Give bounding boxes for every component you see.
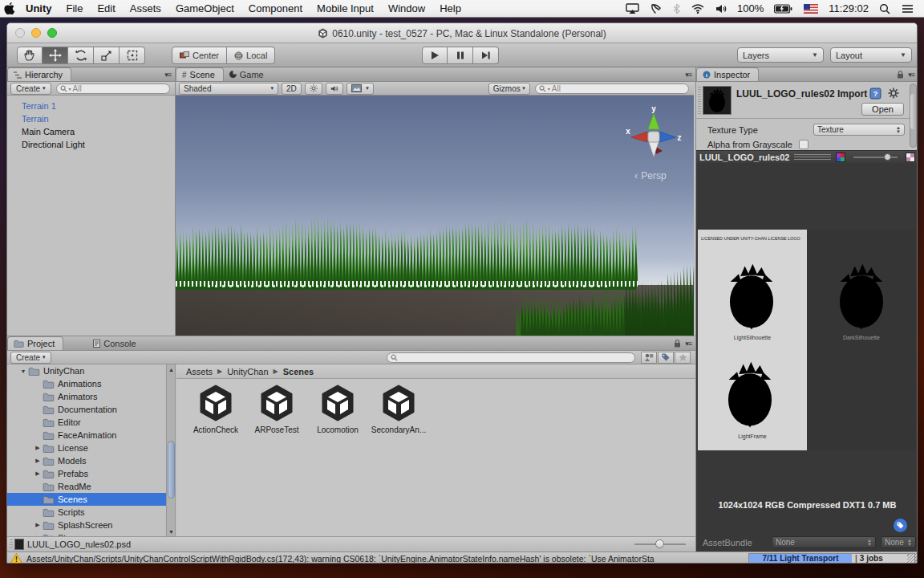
panel-menu-icon[interactable]: ▾≡ [685,71,691,79]
tree-item[interactable]: Editor [7,416,166,429]
pause-button[interactable] [448,47,473,64]
inspector-scrollbar[interactable] [910,83,917,148]
window-title-bar[interactable]: 0610.unity - test_0527 - PC, Mac & Linux… [7,23,917,43]
wifi-icon[interactable] [687,4,708,14]
hierarchy-item[interactable]: Terrain 1 [7,100,175,112]
assetbundle-dropdown[interactable]: None▲▼ [772,536,876,548]
tab-project[interactable]: Project [7,336,63,350]
menu-item[interactable]: File [59,0,91,18]
scene-asset[interactable]: SecondaryAn... [379,384,418,434]
tree-item[interactable]: ▶ Prefabs [7,467,166,480]
tree-item[interactable]: Scripts [7,506,166,519]
crumb-unitychan[interactable]: UnityChan [227,367,268,377]
menu-item[interactable]: Mobile Input [310,0,381,18]
tree-item[interactable]: ▼ UnityChan [7,364,166,377]
assetbundle-variant-dropdown[interactable]: None▲▼ [881,536,916,548]
spotlight-search-icon[interactable] [875,3,894,14]
tab-console[interactable]: Console [87,336,144,350]
tree-item[interactable]: Scenes [7,493,166,506]
scene-effects-dropdown[interactable]: ▾ [346,83,374,95]
scene-audio-button[interactable] [326,83,343,95]
gizmos-dropdown[interactable]: Gizmos▾ [488,83,530,95]
rgb-channels-icon[interactable] [836,153,845,162]
play-button[interactable] [422,47,448,64]
menu-clock[interactable]: 11:29:02 [825,2,872,14]
tree-item[interactable]: ▶ Models [7,454,166,467]
hand-tool-button[interactable] [17,47,43,64]
volume-icon[interactable] [711,4,731,14]
lock-icon[interactable] [674,339,681,348]
rotate-tool-button[interactable] [68,47,94,64]
notification-center-icon[interactable] [898,4,918,14]
preview-drag-handle[interactable] [794,154,831,160]
lock-icon[interactable] [897,70,904,79]
status-bar[interactable]: Assets/UnityChan/Scripts/UnityChanContro… [7,552,918,564]
hierarchy-item[interactable]: Main Camera [7,125,175,138]
tree-item[interactable]: Animators [7,390,166,403]
alpha-from-grayscale-checkbox[interactable] [799,140,808,149]
search-by-type-button[interactable] [641,352,657,364]
scene-orientation-gizmo[interactable]: y x z [625,105,683,173]
asset-labels-button[interactable] [894,519,907,532]
menu-item[interactable]: Unity [18,0,59,18]
scene-asset[interactable]: Locomotion [318,384,357,434]
tab-inspector[interactable]: i Inspector [696,67,759,81]
apple-menu-icon[interactable] [0,2,18,14]
scene-search-input[interactable]: ▾ All [535,83,689,94]
layers-dropdown[interactable]: Layers▼ [737,47,824,63]
menu-item[interactable]: Assets [123,0,168,18]
console-status-message[interactable]: Assets/UnityChan/Scripts/UnityChanContro… [26,554,654,564]
crumb-assets[interactable]: Assets [186,367,213,377]
input-language-flag-icon[interactable] [800,4,822,14]
open-button[interactable]: Open [861,103,904,116]
project-create-button[interactable]: Create▾ [10,352,51,364]
tab-hierarchy[interactable]: Hierarchy [7,67,71,81]
favorites-button[interactable] [675,352,691,364]
tree-item[interactable]: Documentation [7,403,166,416]
panel-menu-icon[interactable]: ▾≡ [685,340,691,348]
rect-tool-button[interactable] [120,47,145,64]
hierarchy-search-input[interactable]: ▾ All [56,83,170,94]
hierarchy-create-button[interactable]: Create▾ [10,83,51,95]
texture-type-dropdown[interactable]: Texture▲▼ [813,124,905,136]
tab-game[interactable]: Game [224,67,272,81]
tree-item[interactable]: ReadMe [7,480,166,493]
gear-icon[interactable] [888,88,899,99]
menu-item[interactable]: Window [381,0,432,18]
crumb-scenes[interactable]: Scenes [283,367,314,377]
bluetooth-icon[interactable] [669,3,684,14]
scene-asset[interactable]: ActionCheck [197,384,235,434]
shading-mode-dropdown[interactable]: Shaded▾ [179,83,278,95]
thumbnail-size-slider[interactable] [634,543,686,545]
scale-tool-button[interactable] [94,47,120,64]
tree-item[interactable]: ▶ License [7,442,166,454]
project-search-input[interactable] [387,352,635,363]
tree-item[interactable]: Animations [7,377,166,390]
menu-item[interactable]: Component [241,0,310,18]
scene-lighting-button[interactable] [305,83,322,95]
help-icon[interactable]: ? [869,88,881,100]
rotation-mode-button[interactable]: Local [227,47,275,64]
alpha-checker-icon[interactable] [906,153,915,162]
scene-asset[interactable]: ARPoseTest [257,384,296,434]
preview-header[interactable]: LUUL_LOGO_rules02 [696,150,918,163]
layout-dropdown[interactable]: Layout▼ [830,47,912,63]
drag-handle[interactable] [10,539,13,549]
panel-menu-icon[interactable]: ▾≡ [164,71,171,79]
tree-scrollbar[interactable]: ▲ ▼ [166,364,176,537]
move-tool-button[interactable] [43,47,68,64]
drag-handle[interactable] [698,87,701,114]
projection-toggle[interactable]: ‹Persp [634,169,667,181]
tab-scene[interactable]: # Scene [176,67,224,81]
menu-item[interactable]: GameObject [168,0,241,18]
menu-item[interactable]: Edit [90,0,122,18]
airplay-icon[interactable] [622,3,643,14]
tree-item[interactable]: ▶ SplashScreen [7,519,166,531]
menu-item[interactable]: Help [432,0,468,18]
pivot-mode-button[interactable]: Center [172,47,227,64]
mip-slider[interactable] [853,157,898,158]
2d-toggle-button[interactable]: 2D [282,83,302,95]
hierarchy-item[interactable]: Terrain [7,112,175,125]
tree-item[interactable]: FaceAnimation [7,429,166,442]
step-button[interactable] [473,47,499,64]
